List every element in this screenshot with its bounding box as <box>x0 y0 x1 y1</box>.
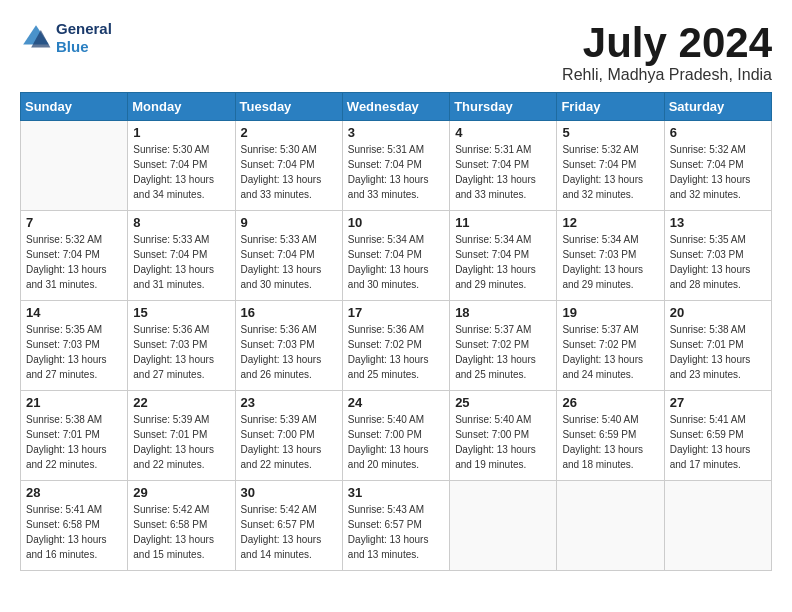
day-info: Sunrise: 5:42 AMSunset: 6:58 PMDaylight:… <box>133 502 229 562</box>
calendar-cell: 24Sunrise: 5:40 AMSunset: 7:00 PMDayligh… <box>342 391 449 481</box>
calendar-cell: 27Sunrise: 5:41 AMSunset: 6:59 PMDayligh… <box>664 391 771 481</box>
calendar-cell: 5Sunrise: 5:32 AMSunset: 7:04 PMDaylight… <box>557 121 664 211</box>
weekday-header: Thursday <box>450 93 557 121</box>
calendar-week-row: 1Sunrise: 5:30 AMSunset: 7:04 PMDaylight… <box>21 121 772 211</box>
day-number: 5 <box>562 125 658 140</box>
calendar-header-row: SundayMondayTuesdayWednesdayThursdayFrid… <box>21 93 772 121</box>
calendar-cell: 21Sunrise: 5:38 AMSunset: 7:01 PMDayligh… <box>21 391 128 481</box>
day-number: 9 <box>241 215 337 230</box>
calendar-cell <box>664 481 771 571</box>
day-info: Sunrise: 5:40 AMSunset: 7:00 PMDaylight:… <box>348 412 444 472</box>
day-info: Sunrise: 5:31 AMSunset: 7:04 PMDaylight:… <box>348 142 444 202</box>
day-info: Sunrise: 5:37 AMSunset: 7:02 PMDaylight:… <box>562 322 658 382</box>
day-number: 15 <box>133 305 229 320</box>
calendar-cell: 15Sunrise: 5:36 AMSunset: 7:03 PMDayligh… <box>128 301 235 391</box>
day-info: Sunrise: 5:40 AMSunset: 6:59 PMDaylight:… <box>562 412 658 472</box>
day-info: Sunrise: 5:41 AMSunset: 6:58 PMDaylight:… <box>26 502 122 562</box>
calendar-cell: 9Sunrise: 5:33 AMSunset: 7:04 PMDaylight… <box>235 211 342 301</box>
day-info: Sunrise: 5:36 AMSunset: 7:03 PMDaylight:… <box>133 322 229 382</box>
calendar-cell: 4Sunrise: 5:31 AMSunset: 7:04 PMDaylight… <box>450 121 557 211</box>
calendar-cell: 25Sunrise: 5:40 AMSunset: 7:00 PMDayligh… <box>450 391 557 481</box>
day-number: 22 <box>133 395 229 410</box>
day-number: 24 <box>348 395 444 410</box>
calendar-cell: 19Sunrise: 5:37 AMSunset: 7:02 PMDayligh… <box>557 301 664 391</box>
day-info: Sunrise: 5:35 AMSunset: 7:03 PMDaylight:… <box>26 322 122 382</box>
day-number: 14 <box>26 305 122 320</box>
calendar-week-row: 21Sunrise: 5:38 AMSunset: 7:01 PMDayligh… <box>21 391 772 481</box>
calendar-table: SundayMondayTuesdayWednesdayThursdayFrid… <box>20 92 772 571</box>
day-info: Sunrise: 5:39 AMSunset: 7:00 PMDaylight:… <box>241 412 337 472</box>
day-info: Sunrise: 5:41 AMSunset: 6:59 PMDaylight:… <box>670 412 766 472</box>
calendar-cell <box>557 481 664 571</box>
calendar-cell: 28Sunrise: 5:41 AMSunset: 6:58 PMDayligh… <box>21 481 128 571</box>
logo: General Blue <box>20 20 112 56</box>
calendar-cell: 13Sunrise: 5:35 AMSunset: 7:03 PMDayligh… <box>664 211 771 301</box>
day-number: 19 <box>562 305 658 320</box>
calendar-cell: 18Sunrise: 5:37 AMSunset: 7:02 PMDayligh… <box>450 301 557 391</box>
day-info: Sunrise: 5:37 AMSunset: 7:02 PMDaylight:… <box>455 322 551 382</box>
logo-text: General Blue <box>56 20 112 56</box>
day-info: Sunrise: 5:32 AMSunset: 7:04 PMDaylight:… <box>562 142 658 202</box>
day-number: 20 <box>670 305 766 320</box>
calendar-cell: 26Sunrise: 5:40 AMSunset: 6:59 PMDayligh… <box>557 391 664 481</box>
calendar-cell: 30Sunrise: 5:42 AMSunset: 6:57 PMDayligh… <box>235 481 342 571</box>
day-number: 12 <box>562 215 658 230</box>
day-number: 13 <box>670 215 766 230</box>
day-info: Sunrise: 5:39 AMSunset: 7:01 PMDaylight:… <box>133 412 229 472</box>
calendar-week-row: 14Sunrise: 5:35 AMSunset: 7:03 PMDayligh… <box>21 301 772 391</box>
day-info: Sunrise: 5:33 AMSunset: 7:04 PMDaylight:… <box>241 232 337 292</box>
weekday-header: Friday <box>557 93 664 121</box>
day-info: Sunrise: 5:32 AMSunset: 7:04 PMDaylight:… <box>670 142 766 202</box>
calendar-cell: 23Sunrise: 5:39 AMSunset: 7:00 PMDayligh… <box>235 391 342 481</box>
weekday-header: Saturday <box>664 93 771 121</box>
day-info: Sunrise: 5:43 AMSunset: 6:57 PMDaylight:… <box>348 502 444 562</box>
day-number: 7 <box>26 215 122 230</box>
calendar-cell: 1Sunrise: 5:30 AMSunset: 7:04 PMDaylight… <box>128 121 235 211</box>
day-info: Sunrise: 5:40 AMSunset: 7:00 PMDaylight:… <box>455 412 551 472</box>
day-info: Sunrise: 5:31 AMSunset: 7:04 PMDaylight:… <box>455 142 551 202</box>
weekday-header: Tuesday <box>235 93 342 121</box>
calendar-cell: 11Sunrise: 5:34 AMSunset: 7:04 PMDayligh… <box>450 211 557 301</box>
calendar-cell <box>21 121 128 211</box>
day-number: 31 <box>348 485 444 500</box>
day-number: 10 <box>348 215 444 230</box>
calendar-cell: 12Sunrise: 5:34 AMSunset: 7:03 PMDayligh… <box>557 211 664 301</box>
calendar-cell: 17Sunrise: 5:36 AMSunset: 7:02 PMDayligh… <box>342 301 449 391</box>
day-number: 17 <box>348 305 444 320</box>
day-number: 25 <box>455 395 551 410</box>
logo-icon <box>20 22 52 54</box>
day-info: Sunrise: 5:42 AMSunset: 6:57 PMDaylight:… <box>241 502 337 562</box>
day-number: 2 <box>241 125 337 140</box>
day-info: Sunrise: 5:30 AMSunset: 7:04 PMDaylight:… <box>241 142 337 202</box>
day-number: 21 <box>26 395 122 410</box>
day-info: Sunrise: 5:34 AMSunset: 7:04 PMDaylight:… <box>455 232 551 292</box>
day-number: 8 <box>133 215 229 230</box>
calendar-cell: 2Sunrise: 5:30 AMSunset: 7:04 PMDaylight… <box>235 121 342 211</box>
day-info: Sunrise: 5:35 AMSunset: 7:03 PMDaylight:… <box>670 232 766 292</box>
day-info: Sunrise: 5:36 AMSunset: 7:03 PMDaylight:… <box>241 322 337 382</box>
calendar-cell: 6Sunrise: 5:32 AMSunset: 7:04 PMDaylight… <box>664 121 771 211</box>
day-number: 30 <box>241 485 337 500</box>
day-info: Sunrise: 5:34 AMSunset: 7:04 PMDaylight:… <box>348 232 444 292</box>
weekday-header: Wednesday <box>342 93 449 121</box>
day-info: Sunrise: 5:38 AMSunset: 7:01 PMDaylight:… <box>670 322 766 382</box>
page-header: General Blue July 2024 Rehli, Madhya Pra… <box>20 20 772 84</box>
day-number: 16 <box>241 305 337 320</box>
day-info: Sunrise: 5:34 AMSunset: 7:03 PMDaylight:… <box>562 232 658 292</box>
day-number: 4 <box>455 125 551 140</box>
weekday-header: Sunday <box>21 93 128 121</box>
calendar-week-row: 28Sunrise: 5:41 AMSunset: 6:58 PMDayligh… <box>21 481 772 571</box>
location: Rehli, Madhya Pradesh, India <box>562 66 772 84</box>
day-info: Sunrise: 5:36 AMSunset: 7:02 PMDaylight:… <box>348 322 444 382</box>
day-number: 26 <box>562 395 658 410</box>
calendar-cell: 3Sunrise: 5:31 AMSunset: 7:04 PMDaylight… <box>342 121 449 211</box>
calendar-cell: 20Sunrise: 5:38 AMSunset: 7:01 PMDayligh… <box>664 301 771 391</box>
day-info: Sunrise: 5:38 AMSunset: 7:01 PMDaylight:… <box>26 412 122 472</box>
day-number: 11 <box>455 215 551 230</box>
calendar-cell: 31Sunrise: 5:43 AMSunset: 6:57 PMDayligh… <box>342 481 449 571</box>
calendar-cell: 16Sunrise: 5:36 AMSunset: 7:03 PMDayligh… <box>235 301 342 391</box>
calendar-cell: 29Sunrise: 5:42 AMSunset: 6:58 PMDayligh… <box>128 481 235 571</box>
day-info: Sunrise: 5:32 AMSunset: 7:04 PMDaylight:… <box>26 232 122 292</box>
calendar-cell: 10Sunrise: 5:34 AMSunset: 7:04 PMDayligh… <box>342 211 449 301</box>
day-number: 3 <box>348 125 444 140</box>
